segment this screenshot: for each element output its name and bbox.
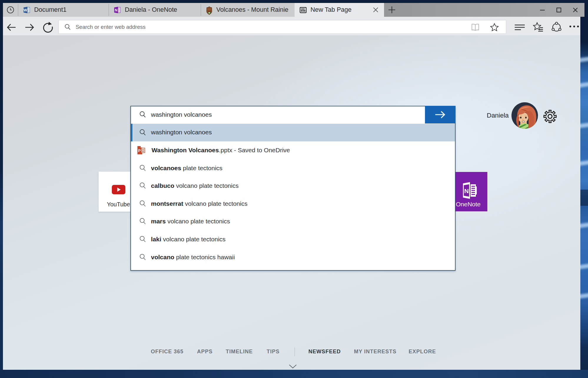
svg-text:N: N: [464, 188, 469, 194]
svg-text:W: W: [24, 8, 27, 12]
svg-text:P: P: [138, 148, 141, 153]
svg-text:N: N: [115, 8, 117, 12]
